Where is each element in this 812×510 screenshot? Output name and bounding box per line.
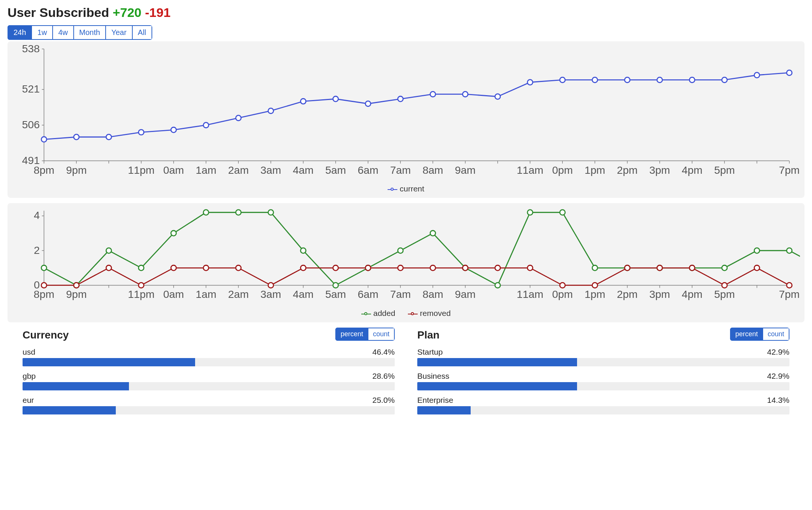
- plan-label: Business: [417, 372, 449, 381]
- point-removed: [106, 265, 111, 270]
- x-tick: 2am: [228, 164, 249, 176]
- x-tick: 5am: [325, 164, 346, 176]
- currency-value: 28.6%: [372, 372, 395, 381]
- plan-bar-fill: [417, 358, 577, 366]
- x-tick: 1am: [195, 164, 216, 176]
- x-tick: 8pm: [33, 164, 54, 176]
- x-tick: 9pm: [66, 288, 87, 301]
- point-current: [203, 123, 209, 128]
- point-added: [236, 210, 241, 215]
- x-tick: 9am: [455, 288, 476, 301]
- legend-label-current: current: [400, 184, 424, 193]
- point-added: [333, 283, 338, 288]
- point-added: [592, 265, 597, 270]
- currency-row-usd: usd46.4%: [23, 348, 395, 366]
- point-removed: [268, 283, 273, 288]
- point-current: [236, 115, 241, 121]
- time-tab-year[interactable]: Year: [106, 25, 132, 40]
- legend-marker-removed: [408, 311, 418, 317]
- currency-value: 46.4%: [372, 348, 395, 357]
- point-current: [365, 101, 371, 106]
- point-current: [430, 91, 435, 97]
- point-removed: [463, 265, 468, 270]
- point-removed: [495, 265, 500, 270]
- currency-value: 25.0%: [372, 396, 395, 405]
- point-added: [754, 248, 759, 253]
- plan-row-business: Business42.9%: [417, 372, 789, 390]
- currency-panel: Currency percentcount usd46.4%gbp28.6%eu…: [23, 328, 395, 420]
- plan-toggle-count[interactable]: count: [763, 328, 789, 341]
- point-removed: [301, 265, 306, 270]
- currency-title: Currency: [23, 329, 69, 341]
- currency-toggle-count[interactable]: count: [368, 328, 395, 341]
- x-tick: 3am: [261, 164, 281, 176]
- point-removed: [689, 265, 695, 270]
- time-tab-all[interactable]: All: [133, 25, 152, 40]
- plan-panel: Plan percentcount Startup42.9%Business42…: [417, 328, 789, 420]
- x-tick: 2pm: [617, 164, 638, 176]
- point-current: [495, 94, 500, 99]
- currency-row-eur: eur25.0%: [23, 396, 395, 414]
- time-range-tabs: 24h1w4wMonthYearAll: [8, 25, 152, 40]
- point-added: [139, 265, 144, 270]
- y-tick: 521: [22, 83, 39, 95]
- x-tick: 6am: [358, 288, 378, 301]
- y-tick: 506: [22, 118, 39, 131]
- point-current: [787, 70, 792, 75]
- point-current: [527, 80, 533, 85]
- point-removed: [74, 283, 79, 288]
- y-tick: 2: [34, 244, 40, 256]
- x-tick: 0pm: [552, 164, 573, 176]
- point-added: [560, 210, 565, 215]
- x-tick: 2am: [228, 288, 249, 301]
- x-tick: 11am: [517, 288, 544, 301]
- point-added: [203, 210, 209, 215]
- point-removed: [754, 265, 759, 270]
- point-current: [268, 108, 273, 114]
- currency-label: gbp: [23, 372, 36, 381]
- x-tick: 4pm: [682, 288, 703, 301]
- currency-label: usd: [23, 348, 35, 357]
- currency-bar-fill: [23, 382, 129, 390]
- point-removed: [333, 265, 338, 270]
- x-tick: 7pm: [779, 288, 800, 301]
- plan-label: Enterprise: [417, 396, 453, 405]
- point-current: [74, 134, 79, 140]
- plan-row-enterprise: Enterprise14.3%: [417, 396, 789, 414]
- x-tick: 7am: [390, 288, 411, 301]
- plan-toggle-percent[interactable]: percent: [730, 328, 763, 341]
- plan-toggle: percentcount: [730, 328, 789, 341]
- series-removed: [44, 268, 789, 285]
- legend-marker-current: [388, 187, 397, 192]
- x-tick: 6am: [358, 164, 378, 176]
- x-tick: 7am: [390, 164, 411, 176]
- x-tick: 9pm: [66, 164, 87, 176]
- plan-title: Plan: [417, 329, 439, 341]
- y-tick: 538: [22, 44, 39, 55]
- point-current: [657, 77, 662, 82]
- time-tab-month[interactable]: Month: [74, 25, 106, 40]
- currency-toggle-percent[interactable]: percent: [335, 328, 368, 341]
- time-tab-4w[interactable]: 4w: [53, 25, 74, 40]
- point-added: [722, 265, 727, 270]
- point-removed: [171, 265, 176, 270]
- point-removed: [657, 265, 662, 270]
- point-removed: [365, 265, 371, 270]
- x-tick: 3pm: [649, 288, 670, 301]
- point-removed: [560, 283, 565, 288]
- currency-bar-track: [23, 406, 395, 414]
- point-added: [495, 283, 500, 288]
- plan-label: Startup: [417, 348, 443, 357]
- currency-bar-track: [23, 382, 395, 390]
- legend-marker-added: [361, 311, 371, 317]
- point-removed: [592, 283, 597, 288]
- time-tab-24h[interactable]: 24h: [8, 25, 32, 40]
- point-current: [139, 130, 144, 135]
- point-added: [106, 248, 111, 253]
- legend-current: current: [12, 184, 800, 195]
- point-current: [333, 96, 338, 102]
- point-current: [463, 91, 468, 97]
- currency-bar-fill: [23, 358, 195, 366]
- x-tick: 0am: [163, 164, 184, 176]
- time-tab-1w[interactable]: 1w: [32, 25, 53, 40]
